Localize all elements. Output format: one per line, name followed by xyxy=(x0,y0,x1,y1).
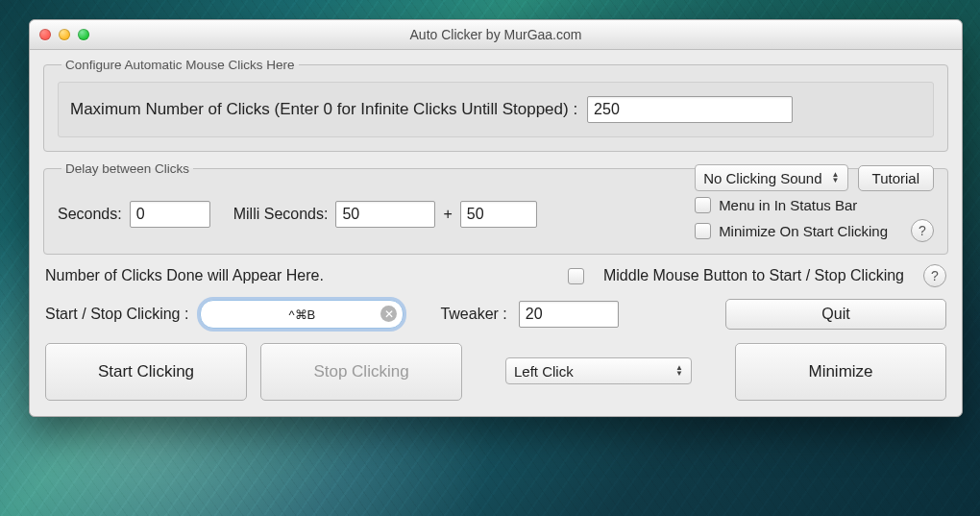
seconds-label: Seconds: xyxy=(58,206,122,223)
group-configure-legend: Configure Automatic Mouse Clicks Here xyxy=(61,58,299,72)
start-clicking-button[interactable]: Start Clicking xyxy=(45,343,247,401)
shortcut-label: Start / Stop Clicking : xyxy=(45,306,188,323)
titlebar: Auto Clicker by MurGaa.com xyxy=(30,20,962,50)
seconds-input[interactable] xyxy=(130,201,210,228)
quit-button[interactable]: Quit xyxy=(725,299,946,330)
group-delay-legend: Delay between Clicks xyxy=(61,161,193,176)
clicks-done-status: Number of Clicks Done will Appear Here. xyxy=(45,267,324,284)
chevron-updown-icon: ▲▼ xyxy=(672,365,687,377)
shortcut-value: ^⌘B xyxy=(289,307,316,322)
minimize-on-start-checkbox[interactable] xyxy=(695,223,711,239)
stop-clicking-button[interactable]: Stop Clicking xyxy=(260,343,462,401)
clear-icon[interactable]: ✕ xyxy=(380,306,397,322)
click-type-select[interactable]: Left Click ▲▼ xyxy=(505,357,692,384)
app-window: Auto Clicker by MurGaa.com Configure Aut… xyxy=(29,19,963,417)
sound-select[interactable]: No Clicking Sound ▲▼ xyxy=(695,164,847,191)
menu-statusbar-label: Menu in In Status Bar xyxy=(719,197,857,213)
help-icon[interactable]: ? xyxy=(911,219,934,242)
milliseconds-input-1[interactable] xyxy=(335,201,435,228)
help-icon[interactable]: ? xyxy=(923,264,946,287)
chevron-updown-icon: ▲▼ xyxy=(828,172,844,184)
middle-mouse-checkbox[interactable] xyxy=(568,268,584,284)
shortcut-input[interactable]: ^⌘B ✕ xyxy=(200,300,404,329)
milliseconds-label: Milli Seconds: xyxy=(233,206,329,223)
menu-statusbar-checkbox[interactable] xyxy=(695,197,711,213)
max-clicks-input[interactable] xyxy=(587,96,793,123)
window-title: Auto Clicker by MurGaa.com xyxy=(30,27,962,42)
group-delay: Delay between Clicks Seconds: Milli Seco… xyxy=(43,161,948,255)
tweaker-input[interactable] xyxy=(519,301,619,328)
click-type-value: Left Click xyxy=(514,363,666,380)
max-clicks-label: Maximum Number of Clicks (Enter 0 for In… xyxy=(70,100,577,119)
group-configure-clicks: Configure Automatic Mouse Clicks Here Ma… xyxy=(43,58,948,152)
plus-label: + xyxy=(443,206,452,223)
tutorial-button[interactable]: Tutorial xyxy=(858,165,934,191)
middle-mouse-label: Middle Mouse Button to Start / Stop Clic… xyxy=(603,267,904,284)
sound-select-value: No Clicking Sound xyxy=(703,170,821,186)
tweaker-label: Tweaker : xyxy=(440,306,506,323)
minimize-button[interactable]: Minimize xyxy=(735,343,946,401)
minimize-on-start-label: Minimize On Start Clicking xyxy=(719,223,888,239)
milliseconds-input-2[interactable] xyxy=(460,201,537,228)
